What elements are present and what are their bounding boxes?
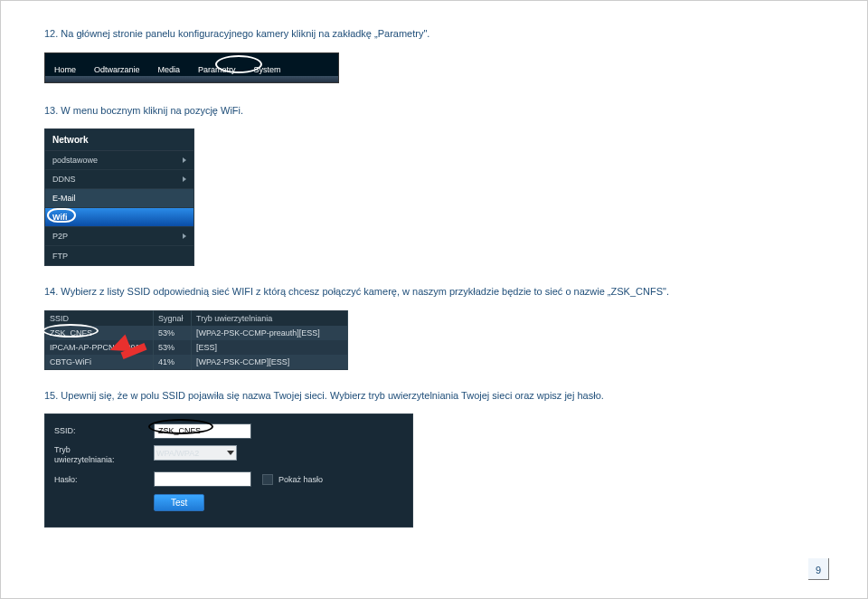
col-auth: Tryb uwierzytelniania [192, 310, 348, 326]
cell-ssid: CBTG-WiFi [45, 355, 154, 370]
nav-media[interactable]: Media [149, 61, 190, 74]
form-row-test: Test [54, 494, 403, 512]
col-signal: Sygnał [154, 310, 192, 326]
sidebar-item-label: FTP [52, 252, 68, 261]
network-sidebar: Network podstawowe DDNS E-Mail Wifi P2P … [44, 128, 194, 266]
zsk-highlight-circle [42, 324, 99, 338]
navbar-band [45, 76, 338, 82]
chevron-right-icon [183, 157, 186, 163]
chevron-right-icon [183, 233, 186, 239]
show-password-label: Pokaż hasło [278, 475, 323, 484]
cell-auth: [WPA2-PSK-CCMP][ESS] [192, 355, 348, 370]
nav-odtwarzanie[interactable]: Odtwarzanie [85, 61, 149, 74]
show-password-checkbox[interactable] [262, 474, 273, 485]
auth-label: Tryb uwierzytelniania: [54, 445, 154, 465]
sidebar-item-email[interactable]: E-Mail [45, 189, 193, 208]
sidebar-item-ftp[interactable]: FTP [45, 246, 193, 265]
sidebar-item-label: podstawowe [52, 156, 98, 165]
cell-auth: [WPA2-PSK-CCMP-preauth][ESS] [192, 326, 348, 340]
password-label: Hasło: [54, 475, 154, 484]
sidebar-item-label: DDNS [52, 175, 76, 184]
test-button[interactable]: Test [154, 494, 204, 511]
parametry-highlight-circle [215, 55, 262, 73]
ssid-label: SSID: [54, 426, 154, 435]
wifi-form: SSID: Tryb uwierzytelniania: WPA/WPA2 Ha… [44, 414, 413, 528]
cell-signal: 53% [154, 340, 192, 355]
wifi-highlight-circle [47, 208, 76, 223]
sidebar-item-podstawowe[interactable]: podstawowe [45, 151, 193, 170]
step-12-text: 12. Na głównej stronie panelu konfigurac… [44, 26, 824, 42]
step-13-text: 13. W menu bocznym kliknij na pozycję Wi… [44, 103, 824, 119]
col-ssid: SSID [45, 310, 154, 326]
table-row[interactable]: IPCAM-AP-PPCN-00091 53% [ESS] [45, 340, 348, 355]
form-row-password: Hasło: Pokaż hasło [54, 471, 403, 489]
wifi-networks-table: SSID Sygnał Tryb uwierzytelniania ZSK_CN… [44, 310, 348, 370]
form-row-ssid: SSID: [54, 422, 403, 440]
auth-select-value: WPA/WPA2 [156, 449, 199, 458]
step-15-text: 15. Upewnij się, że w polu SSID pojawiła… [44, 388, 824, 404]
chevron-down-icon [227, 451, 234, 455]
sidebar-item-p2p[interactable]: P2P [45, 227, 193, 246]
step-14-text: 14. Wybierz z listy SSID odpowiednią sie… [44, 284, 824, 300]
table-header-row: SSID Sygnał Tryb uwierzytelniania [45, 310, 348, 326]
sidebar-item-label: E-Mail [52, 194, 76, 203]
sidebar-item-ddns[interactable]: DDNS [45, 170, 193, 189]
form-row-auth: Tryb uwierzytelniania: WPA/WPA2 [54, 445, 403, 465]
chevron-right-icon [183, 176, 186, 182]
camera-navbar: Home Odtwarzanie Media Parametry System [44, 52, 339, 83]
sidebar-header: Network [45, 129, 193, 151]
nav-home[interactable]: Home [45, 61, 85, 74]
page-number: 9 [808, 558, 829, 580]
auth-select[interactable]: WPA/WPA2 [154, 445, 237, 461]
sidebar-item-label: P2P [52, 232, 68, 241]
table-row[interactable]: CBTG-WiFi 41% [WPA2-PSK-CCMP][ESS] [45, 355, 348, 370]
cell-auth: [ESS] [192, 340, 348, 355]
ssid-field-highlight-circle [148, 419, 213, 434]
cell-signal: 53% [154, 326, 192, 340]
password-input[interactable] [154, 471, 251, 487]
cell-signal: 41% [154, 355, 192, 370]
